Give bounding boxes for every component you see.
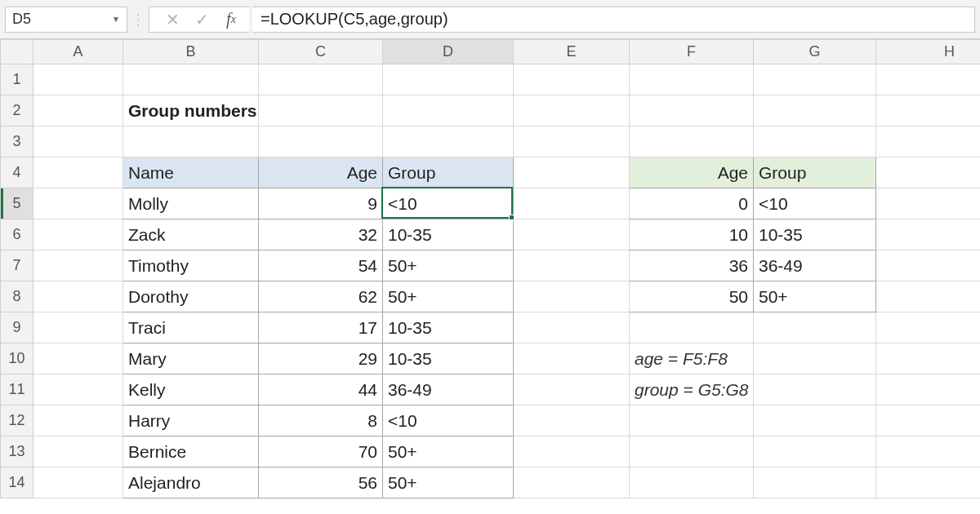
cell-D5[interactable]: <10 [383, 188, 514, 219]
cell-A9[interactable] [33, 312, 123, 343]
cell-H8[interactable] [876, 281, 981, 312]
cell-E11[interactable] [514, 374, 630, 405]
cell-F6[interactable]: 10 [630, 219, 754, 250]
cell-F1[interactable] [630, 64, 754, 95]
cell-E10[interactable] [514, 343, 630, 374]
cell-C8[interactable]: 62 [259, 281, 383, 312]
cell-E6[interactable] [514, 219, 630, 250]
row-header-3[interactable]: 3 [1, 126, 33, 157]
cell-D10[interactable]: 10-35 [383, 343, 514, 374]
row-header-11[interactable]: 11 [1, 374, 33, 405]
cell-C10[interactable]: 29 [259, 343, 383, 374]
cell-F11[interactable]: group = G5:G8 [630, 374, 754, 405]
cell-H1[interactable] [876, 64, 981, 95]
cell-A10[interactable] [33, 343, 123, 374]
formula-input[interactable]: =LOOKUP(C5,age,group) [252, 7, 975, 33]
cell-H14[interactable] [876, 467, 981, 498]
dropdown-icon[interactable]: ▼ [112, 15, 120, 24]
row-header-13[interactable]: 13 [1, 436, 33, 467]
cell-F10[interactable]: age = F5:F8 [630, 343, 754, 374]
cell-D6[interactable]: 10-35 [383, 219, 514, 250]
cell-D14[interactable]: 50+ [383, 467, 514, 498]
row-header-6[interactable]: 6 [1, 219, 33, 250]
cell-H5[interactable] [876, 188, 981, 219]
spreadsheet[interactable]: ABCDEFGH12Group numbers at uneven interv… [0, 39, 980, 498]
cell-H6[interactable] [876, 219, 981, 250]
cell-E3[interactable] [514, 126, 630, 157]
cell-A5[interactable] [33, 188, 123, 219]
cell-A3[interactable] [33, 126, 123, 157]
cell-B8[interactable]: Dorothy [123, 281, 259, 312]
cell-B6[interactable]: Zack [123, 219, 259, 250]
cell-H2[interactable] [876, 95, 981, 126]
cell-G1[interactable] [754, 64, 876, 95]
cell-D13[interactable]: 50+ [383, 436, 514, 467]
cell-D8[interactable]: 50+ [383, 281, 514, 312]
cell-B2[interactable]: Group numbers at uneven intervals [123, 95, 259, 126]
enter-icon[interactable]: ✓ [187, 7, 216, 33]
cell-A6[interactable] [33, 219, 123, 250]
cell-B12[interactable]: Harry [123, 405, 259, 436]
cell-C11[interactable]: 44 [259, 374, 383, 405]
row-header-5[interactable]: 5 [1, 188, 33, 219]
col-header-D[interactable]: D [383, 40, 514, 64]
cell-D9[interactable]: 10-35 [383, 312, 514, 343]
row-header-14[interactable]: 14 [1, 467, 33, 498]
cell-G9[interactable] [754, 312, 876, 343]
cell-F5[interactable]: 0 [630, 188, 754, 219]
cell-E7[interactable] [514, 250, 630, 281]
cell-G4[interactable]: Group [754, 157, 876, 188]
cell-B10[interactable]: Mary [123, 343, 259, 374]
cell-D2[interactable] [383, 95, 514, 126]
col-header-E[interactable]: E [514, 40, 630, 64]
cell-A14[interactable] [33, 467, 123, 498]
cell-C9[interactable]: 17 [259, 312, 383, 343]
cell-E13[interactable] [514, 436, 630, 467]
cell-H13[interactable] [876, 436, 981, 467]
cell-B9[interactable]: Traci [123, 312, 259, 343]
cell-G10[interactable] [754, 343, 876, 374]
cell-D3[interactable] [383, 126, 514, 157]
cell-F14[interactable] [630, 467, 754, 498]
cell-H3[interactable] [876, 126, 981, 157]
cell-A7[interactable] [33, 250, 123, 281]
cell-F2[interactable] [630, 95, 754, 126]
cell-G3[interactable] [754, 126, 876, 157]
cell-C5[interactable]: 9 [259, 188, 383, 219]
cell-F3[interactable] [630, 126, 754, 157]
cell-E2[interactable] [514, 95, 630, 126]
row-header-9[interactable]: 9 [1, 312, 33, 343]
row-header-8[interactable]: 8 [1, 281, 33, 312]
cell-B13[interactable]: Bernice [123, 436, 259, 467]
cell-D11[interactable]: 36-49 [383, 374, 514, 405]
cell-B3[interactable] [123, 126, 259, 157]
row-header-4[interactable]: 4 [1, 157, 33, 188]
cell-A12[interactable] [33, 405, 123, 436]
cell-E8[interactable] [514, 281, 630, 312]
cell-A2[interactable] [33, 95, 123, 126]
cell-C1[interactable] [259, 64, 383, 95]
cell-A4[interactable] [33, 157, 123, 188]
cell-F7[interactable]: 36 [630, 250, 754, 281]
cell-G14[interactable] [754, 467, 876, 498]
cell-C12[interactable]: 8 [259, 405, 383, 436]
cell-C13[interactable]: 70 [259, 436, 383, 467]
col-header-C[interactable]: C [259, 40, 383, 64]
cell-A1[interactable] [33, 64, 123, 95]
cell-C4[interactable]: Age [259, 157, 383, 188]
col-header-A[interactable]: A [33, 40, 123, 64]
cell-B5[interactable]: Molly [123, 188, 259, 219]
cell-G11[interactable] [754, 374, 876, 405]
cell-G13[interactable] [754, 436, 876, 467]
cell-B1[interactable] [123, 64, 259, 95]
cell-E5[interactable] [514, 188, 630, 219]
row-header-2[interactable]: 2 [1, 95, 33, 126]
cell-H10[interactable] [876, 343, 981, 374]
cell-G5[interactable]: <10 [754, 188, 876, 219]
cell-E1[interactable] [514, 64, 630, 95]
cell-C2[interactable] [259, 95, 383, 126]
cell-B11[interactable]: Kelly [123, 374, 259, 405]
cell-C7[interactable]: 54 [259, 250, 383, 281]
cell-F8[interactable]: 50 [630, 281, 754, 312]
cell-G2[interactable] [754, 95, 876, 126]
